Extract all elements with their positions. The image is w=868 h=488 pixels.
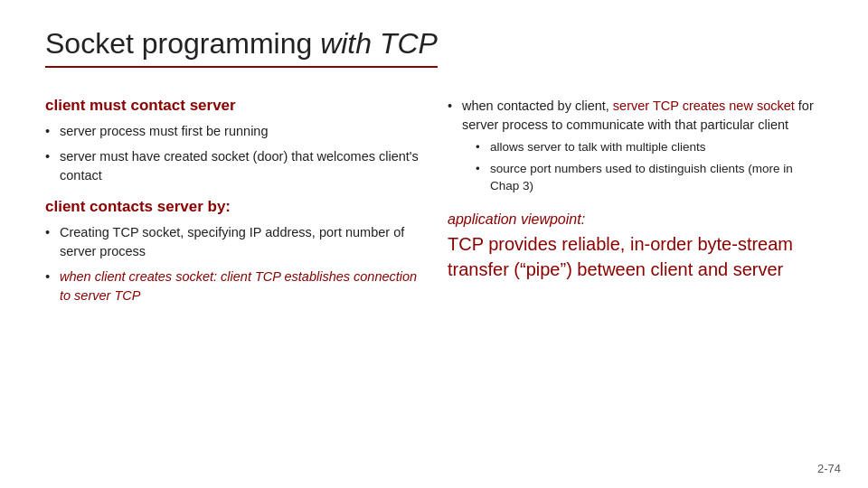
- list-item: Creating TCP socket, specifying IP addre…: [45, 223, 420, 261]
- top-bullet-red: server TCP creates new socket: [613, 99, 795, 113]
- app-viewpoint-title: application viewpoint:: [448, 211, 823, 228]
- app-viewpoint-body: TCP provides reliable, in-order byte-str…: [448, 231, 823, 282]
- slide: Socket programming with TCP client must …: [0, 0, 868, 488]
- top-bullet-plain: when contacted by client,: [462, 99, 613, 113]
- list-item-italic: when client creates socket: client TCP e…: [45, 267, 420, 305]
- title-area: Socket programming with TCP: [45, 27, 438, 68]
- title-normal: Socket programming: [45, 27, 320, 60]
- slide-number: 2-74: [817, 462, 841, 475]
- section1-bullets: server process must first be running ser…: [45, 122, 420, 185]
- sub-list-item: allows server to talk with multiple clie…: [476, 139, 823, 156]
- app-viewpoint: application viewpoint: TCP provides reli…: [448, 211, 823, 282]
- section2-bullets: Creating TCP socket, specifying IP addre…: [45, 223, 420, 305]
- sub-bullets: allows server to talk with multiple clie…: [476, 139, 823, 195]
- right-column: when contacted by client, server TCP cre…: [448, 97, 823, 318]
- section1-heading: client must contact server: [45, 97, 420, 115]
- list-item: server process must first be running: [45, 122, 420, 141]
- content-area: client must contact server server proces…: [45, 97, 823, 318]
- right-top-bullet: when contacted by client, server TCP cre…: [448, 97, 823, 195]
- list-item: server must have created socket (door) t…: [45, 147, 420, 185]
- section2-heading: client contacts server by:: [45, 198, 420, 216]
- title-italic: with TCP: [320, 27, 438, 60]
- left-column: client must contact server server proces…: [45, 97, 420, 318]
- sub-list-item: source port numbers used to distinguish …: [476, 161, 823, 195]
